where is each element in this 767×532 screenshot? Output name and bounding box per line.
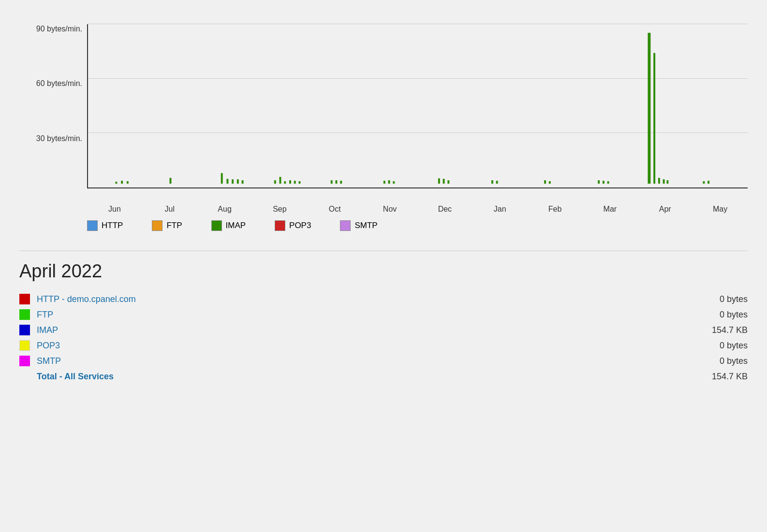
- svg-rect-34: [663, 179, 665, 184]
- svg-rect-7: [237, 179, 239, 184]
- service-row-imap: IMAP 154.7 KB: [19, 322, 748, 338]
- svg-rect-11: [284, 181, 286, 184]
- svg-rect-2: [127, 181, 129, 184]
- x-label-aug: Aug: [197, 205, 252, 214]
- service-color-total: [19, 371, 30, 382]
- service-value-smtp: 0 bytes: [690, 356, 748, 366]
- chart-area: 90 bytes/min. 60 bytes/min. 30 bytes/min…: [19, 19, 748, 203]
- svg-rect-9: [274, 180, 276, 184]
- services-table: HTTP - demo.cpanel.com 0 bytes FTP 0 byt…: [19, 291, 748, 384]
- service-value-imap: 154.7 KB: [690, 325, 748, 335]
- legend-smtp-box: [340, 220, 351, 231]
- svg-rect-27: [549, 181, 551, 184]
- section-divider: [19, 250, 748, 251]
- svg-rect-17: [340, 181, 342, 184]
- service-row-http: HTTP - demo.cpanel.com 0 bytes: [19, 291, 748, 307]
- svg-rect-28: [598, 180, 600, 184]
- x-label-jan: Jan: [472, 205, 528, 214]
- legend-imap: IMAP: [211, 220, 246, 231]
- legend-http-box: [87, 220, 98, 231]
- svg-rect-21: [438, 178, 440, 184]
- svg-rect-30: [607, 181, 609, 184]
- service-value-http: 0 bytes: [690, 294, 748, 304]
- x-axis-labels: Jun Jul Aug Sep Oct Nov Dec Jan Feb Mar …: [87, 205, 748, 214]
- x-label-jul: Jul: [142, 205, 197, 214]
- svg-rect-18: [384, 181, 385, 184]
- x-label-mar: Mar: [582, 205, 637, 214]
- svg-rect-10: [280, 177, 281, 184]
- y-label-30: 30 bytes/min.: [36, 134, 82, 143]
- legend-pop3-label: POP3: [289, 221, 311, 230]
- service-value-ftp: 0 bytes: [690, 310, 748, 320]
- service-color-pop3: [19, 340, 30, 351]
- chart-svg: [88, 24, 748, 187]
- svg-rect-1: [121, 181, 123, 184]
- service-value-total: 154.7 KB: [690, 372, 748, 382]
- svg-rect-19: [388, 180, 390, 184]
- x-label-may: May: [693, 205, 748, 214]
- legend-ftp: FTP: [152, 220, 182, 231]
- svg-rect-14: [299, 181, 301, 184]
- x-label-dec: Dec: [417, 205, 472, 214]
- svg-rect-33: [658, 178, 660, 184]
- service-color-ftp: [19, 309, 30, 320]
- service-row-ftp: FTP 0 bytes: [19, 307, 748, 322]
- legend-imap-box: [211, 220, 222, 231]
- chart-container: 90 bytes/min. 60 bytes/min. 30 bytes/min…: [19, 10, 748, 236]
- legend-http-label: HTTP: [102, 221, 123, 230]
- legend-ftp-label: FTP: [166, 221, 182, 230]
- x-label-jun: Jun: [87, 205, 142, 214]
- legend-smtp-label: SMTP: [354, 221, 377, 230]
- svg-rect-31: [648, 33, 650, 184]
- service-name-http[interactable]: HTTP - demo.cpanel.com: [37, 294, 690, 304]
- legend-imap-label: IMAP: [226, 221, 246, 230]
- svg-rect-37: [708, 181, 709, 184]
- service-name-smtp[interactable]: SMTP: [37, 356, 690, 366]
- service-color-imap: [19, 325, 30, 335]
- legend-ftp-box: [152, 220, 162, 231]
- svg-rect-16: [336, 180, 338, 184]
- chart-legend: HTTP FTP IMAP POP3 SMTP: [87, 220, 748, 231]
- x-label-feb: Feb: [528, 205, 583, 214]
- service-row-smtp: SMTP 0 bytes: [19, 353, 748, 369]
- x-label-nov: Nov: [362, 205, 417, 214]
- legend-http: HTTP: [87, 220, 123, 231]
- svg-rect-29: [603, 181, 605, 184]
- legend-pop3-box: [275, 220, 285, 231]
- y-label-60: 60 bytes/min.: [36, 79, 82, 88]
- legend-pop3: POP3: [275, 220, 311, 231]
- svg-rect-23: [447, 180, 449, 184]
- svg-rect-0: [116, 182, 118, 184]
- service-color-smtp: [19, 356, 30, 366]
- svg-rect-20: [393, 181, 395, 184]
- service-name-pop3[interactable]: POP3: [37, 341, 690, 351]
- y-label-90: 90 bytes/min.: [36, 25, 82, 33]
- svg-rect-24: [491, 180, 493, 184]
- service-color-http: [19, 294, 30, 304]
- svg-rect-35: [666, 180, 668, 184]
- service-name-ftp[interactable]: FTP: [37, 310, 690, 320]
- svg-rect-26: [544, 180, 546, 184]
- svg-rect-36: [703, 181, 705, 184]
- svg-rect-3: [170, 178, 172, 184]
- svg-rect-4: [221, 173, 223, 184]
- service-value-pop3: 0 bytes: [690, 341, 748, 351]
- service-row-total: Total - All Services 154.7 KB: [19, 369, 748, 384]
- service-name-total: Total - All Services: [37, 372, 690, 382]
- legend-smtp: SMTP: [340, 220, 377, 231]
- service-row-pop3: POP3 0 bytes: [19, 338, 748, 353]
- svg-rect-22: [443, 179, 445, 184]
- y-axis: 90 bytes/min. 60 bytes/min. 30 bytes/min…: [19, 24, 87, 188]
- x-label-sep: Sep: [252, 205, 307, 214]
- x-label-oct: Oct: [307, 205, 362, 214]
- svg-rect-25: [496, 181, 498, 184]
- svg-rect-8: [242, 180, 244, 184]
- x-label-apr: Apr: [637, 205, 693, 214]
- section-title: April 2022: [19, 261, 748, 282]
- service-name-imap[interactable]: IMAP: [37, 325, 690, 335]
- svg-rect-5: [226, 179, 228, 184]
- svg-rect-12: [289, 180, 291, 184]
- svg-rect-13: [294, 181, 296, 184]
- svg-rect-6: [232, 179, 234, 184]
- chart-plot: [87, 24, 748, 188]
